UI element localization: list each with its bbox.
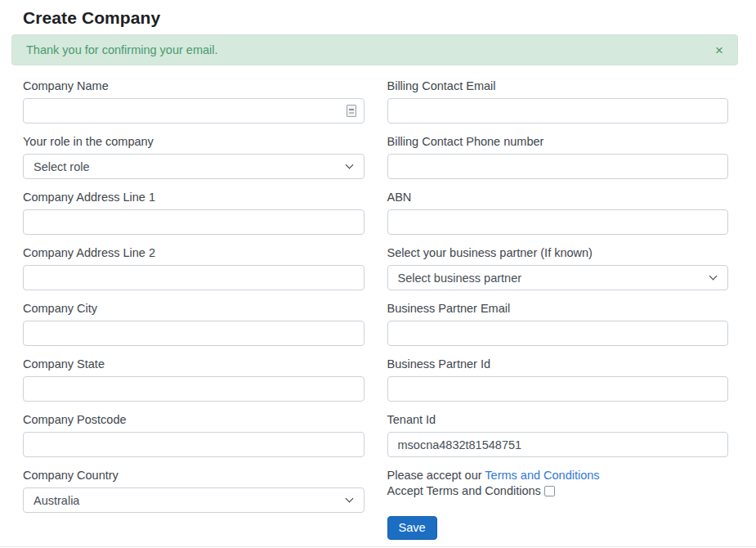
form-column-right: Billing Contact Email Billing Contact Ph… bbox=[376, 79, 740, 540]
form-group-tenant-id: Tenant Id bbox=[387, 412, 729, 457]
form-group-address-line1: Company Address Line 1 bbox=[23, 190, 365, 235]
alert-close-button[interactable]: × bbox=[701, 35, 737, 65]
address-line2-label: Company Address Line 2 bbox=[23, 245, 365, 260]
city-label: Company City bbox=[23, 301, 365, 316]
billing-email-label: Billing Contact Email bbox=[387, 79, 729, 93]
form-group-business-partner: Select your business partner (If known) … bbox=[387, 245, 729, 290]
form-group-address-line2: Company Address Line 2 bbox=[23, 245, 365, 290]
abn-input[interactable] bbox=[387, 209, 729, 235]
terms-line: Please accept our Terms and Conditions bbox=[387, 468, 729, 483]
browser-autofill-icon[interactable] bbox=[347, 105, 356, 117]
terms-link[interactable]: Terms and Conditions bbox=[485, 469, 599, 482]
form-column-left: Company Name Your role in the company Se… bbox=[11, 79, 376, 540]
form-group-city: Company City bbox=[23, 301, 365, 346]
role-select[interactable]: Select role bbox=[23, 154, 365, 179]
city-input[interactable] bbox=[23, 321, 365, 346]
create-company-form: Company Name Your role in the company Se… bbox=[11, 79, 740, 540]
terms-block: Please accept our Terms and Conditions A… bbox=[387, 468, 729, 499]
tenant-id-label: Tenant Id bbox=[387, 412, 729, 427]
form-group-business-partner-email: Business Partner Email bbox=[387, 301, 729, 346]
billing-phone-label: Billing Contact Phone number bbox=[387, 134, 729, 149]
form-group-business-partner-id: Business Partner Id bbox=[387, 357, 729, 402]
billing-phone-input[interactable] bbox=[387, 154, 729, 179]
page-title: Create Company bbox=[23, 8, 738, 28]
company-name-input[interactable] bbox=[23, 98, 365, 124]
form-group-abn: ABN bbox=[387, 190, 729, 235]
business-partner-select[interactable]: Select business partner bbox=[387, 265, 729, 290]
business-partner-email-label: Business Partner Email bbox=[387, 301, 729, 316]
state-label: Company State bbox=[23, 357, 365, 371]
form-group-postcode: Company Postcode bbox=[23, 412, 365, 457]
business-partner-email-input[interactable] bbox=[387, 321, 729, 346]
abn-label: ABN bbox=[387, 190, 729, 204]
form-group-billing-email: Billing Contact Email bbox=[387, 79, 729, 124]
role-label: Your role in the company bbox=[23, 134, 365, 149]
country-select[interactable]: Australia bbox=[23, 487, 365, 513]
alert-text: Thank you for confirming your email. bbox=[26, 43, 218, 56]
form-group-billing-phone: Billing Contact Phone number bbox=[387, 134, 729, 179]
business-partner-label: Select your business partner (If known) bbox=[387, 245, 729, 260]
postcode-label: Company Postcode bbox=[23, 412, 365, 427]
tenant-id-input[interactable] bbox=[387, 432, 729, 457]
accept-terms-line: Accept Terms and Conditions bbox=[387, 483, 729, 499]
form-group-country: Company Country Australia bbox=[23, 468, 365, 513]
billing-email-input[interactable] bbox=[387, 98, 729, 124]
accept-terms-checkbox[interactable] bbox=[544, 486, 555, 496]
address-line1-input[interactable] bbox=[23, 209, 365, 235]
address-line2-input[interactable] bbox=[23, 265, 365, 290]
close-icon: × bbox=[715, 43, 723, 58]
business-partner-id-input[interactable] bbox=[387, 376, 729, 402]
address-line1-label: Company Address Line 1 bbox=[23, 190, 365, 204]
email-confirmed-alert: Thank you for confirming your email. × bbox=[11, 34, 738, 65]
business-partner-id-label: Business Partner Id bbox=[387, 357, 729, 371]
accept-terms-label: Accept Terms and Conditions bbox=[387, 483, 541, 499]
terms-prefix: Please accept our bbox=[387, 469, 485, 482]
form-group-role: Your role in the company Select role bbox=[23, 134, 365, 179]
state-input[interactable] bbox=[23, 376, 365, 402]
country-label: Company Country bbox=[23, 468, 365, 483]
company-name-label: Company Name bbox=[23, 79, 365, 93]
form-group-company-name: Company Name bbox=[23, 79, 365, 124]
save-button[interactable]: Save bbox=[387, 516, 437, 540]
postcode-input[interactable] bbox=[23, 432, 365, 457]
form-group-state: Company State bbox=[23, 357, 365, 402]
